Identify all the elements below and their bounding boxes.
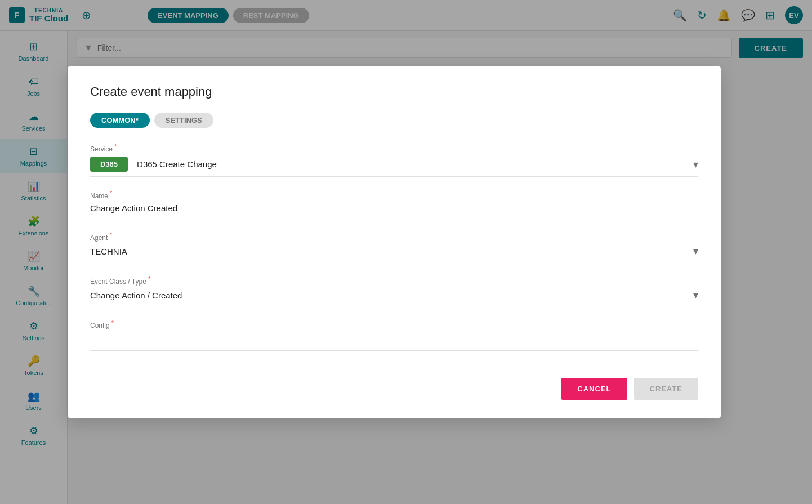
config-label: Config * xyxy=(90,320,698,329)
service-badge: D365 xyxy=(90,157,128,172)
dialog-footer: CANCEL CREATE xyxy=(90,369,698,400)
name-input[interactable] xyxy=(90,203,698,213)
dialog-tabs: COMMON* SETTINGS xyxy=(90,113,698,128)
service-label: Service * xyxy=(90,144,698,153)
config-input-row xyxy=(90,333,698,351)
dialog-create-button[interactable]: CREATE xyxy=(634,378,698,400)
event-class-type-value: Change Action / Created xyxy=(90,291,693,300)
event-class-type-label: Event Class / Type * xyxy=(90,276,698,286)
name-input-row xyxy=(90,203,698,218)
agent-select-row[interactable]: TECHNIA ▾ xyxy=(90,245,698,262)
config-input[interactable] xyxy=(90,333,698,342)
name-label: Name * xyxy=(90,190,698,200)
tab-settings[interactable]: SETTINGS xyxy=(154,113,213,128)
cancel-button[interactable]: CANCEL xyxy=(561,378,627,400)
dialog-title: Create event mapping xyxy=(90,84,698,99)
agent-label: Agent * xyxy=(90,232,698,242)
service-dropdown-arrow: ▾ xyxy=(693,158,698,171)
event-class-type-select-row[interactable]: Change Action / Created ▾ xyxy=(90,289,698,306)
service-select-row[interactable]: D365 D365 Create Change ▾ xyxy=(90,157,698,177)
agent-value: TECHNIA xyxy=(90,247,693,256)
tab-common[interactable]: COMMON* xyxy=(90,113,150,128)
agent-field: Agent * TECHNIA ▾ xyxy=(90,232,698,262)
event-class-type-field: Event Class / Type * Change Action / Cre… xyxy=(90,276,698,306)
agent-dropdown-arrow: ▾ xyxy=(693,245,698,257)
name-field: Name * xyxy=(90,190,698,218)
service-value: D365 Create Change xyxy=(137,159,693,169)
event-class-type-dropdown-arrow: ▾ xyxy=(693,289,698,301)
create-event-mapping-dialog: Create event mapping COMMON* SETTINGS Se… xyxy=(68,66,721,418)
service-field: Service * D365 D365 Create Change ▾ xyxy=(90,144,698,177)
config-field: Config * xyxy=(90,320,698,351)
